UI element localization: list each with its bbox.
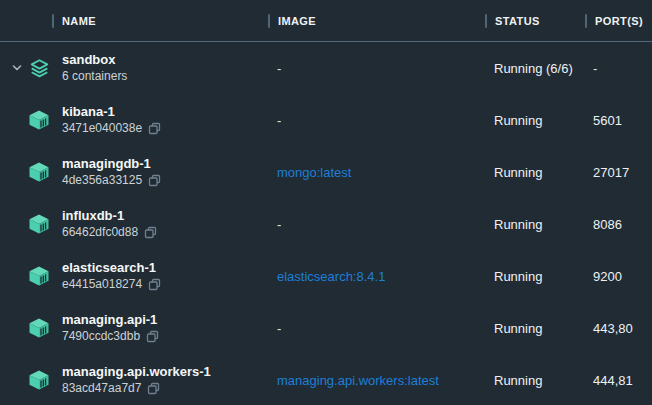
column-divider: [585, 14, 587, 28]
image-cell: -: [268, 321, 485, 336]
container-id: 6 containers: [62, 69, 127, 84]
image-name: -: [277, 61, 281, 76]
name-block: managingdb-1 4de356a33125: [62, 156, 161, 188]
column-divider: [52, 14, 54, 28]
status-cell: Running: [485, 217, 585, 232]
table-row[interactable]: managing.api-1 7490ccdc3dbb - Running 44…: [0, 302, 652, 354]
column-header-label: STATUS: [495, 15, 540, 27]
ports-cell: 27017: [585, 165, 652, 180]
name-cell: elasticsearch-1 e4415a018274: [0, 260, 268, 292]
column-header-name[interactable]: NAME: [0, 14, 268, 28]
copy-icon[interactable]: [144, 226, 157, 239]
name-block: elasticsearch-1 e4415a018274: [62, 260, 161, 292]
container-subtitle: 3471e040038e: [62, 121, 161, 136]
column-header-label: PORT(S): [595, 15, 643, 27]
image-cell: elasticsearch:8.4.1: [268, 269, 485, 284]
container-name: managing.api-1: [62, 312, 159, 328]
status-cell: Running: [485, 113, 585, 128]
table-row[interactable]: managingdb-1 4de356a33125 mongo:latest R…: [0, 146, 652, 198]
table-row[interactable]: managing.api.workers-1 83acd47aa7d7 mana…: [0, 354, 652, 405]
containers-table: NAME IMAGE STATUS PORT(S) sandbox 6 cont…: [0, 0, 652, 405]
column-header-ports[interactable]: PORT(S): [585, 14, 652, 28]
container-subtitle: 4de356a33125: [62, 173, 161, 188]
image-cell: -: [268, 113, 485, 128]
column-header-status[interactable]: STATUS: [485, 14, 585, 28]
name-cell: managing.api-1 7490ccdc3dbb: [0, 312, 268, 344]
container-id: 7490ccdc3dbb: [62, 329, 140, 344]
image-cell: -: [268, 217, 485, 232]
status-cell: Running: [485, 269, 585, 284]
container-name: sandbox: [62, 52, 127, 68]
column-header-label: NAME: [62, 15, 96, 27]
status-cell: Running: [485, 373, 585, 388]
container-subtitle: e4415a018274: [62, 277, 161, 292]
copy-icon[interactable]: [147, 382, 160, 395]
container-id: 3471e040038e: [62, 121, 142, 136]
ports-cell: 5601: [585, 113, 652, 128]
name-cell: managingdb-1 4de356a33125: [0, 156, 268, 188]
container-icon: [28, 369, 50, 391]
container-subtitle: 6 containers: [62, 69, 127, 84]
status-cell: Running (6/6): [485, 61, 585, 76]
container-name: elasticsearch-1: [62, 260, 161, 276]
image-cell: managing.api.workers:latest: [268, 373, 485, 388]
container-name: managing.api.workers-1: [62, 364, 211, 380]
image-cell: -: [268, 61, 485, 76]
table-row[interactable]: kibana-1 3471e040038e - Running 5601: [0, 94, 652, 146]
image-name: -: [277, 217, 281, 232]
container-icon: [28, 161, 50, 183]
image-cell: mongo:latest: [268, 165, 485, 180]
name-block: sandbox 6 containers: [62, 52, 127, 84]
ports-cell: -: [585, 61, 652, 76]
copy-icon[interactable]: [148, 122, 161, 135]
container-id: 4de356a33125: [62, 173, 142, 188]
column-header-label: IMAGE: [278, 15, 316, 27]
copy-icon[interactable]: [148, 278, 161, 291]
status-cell: Running: [485, 165, 585, 180]
container-id: 83acd47aa7d7: [62, 381, 141, 396]
container-id: 66462dfc0d88: [62, 225, 138, 240]
copy-icon[interactable]: [146, 330, 159, 343]
table-body: sandbox 6 containers - Running (6/6) - k…: [0, 42, 652, 405]
name-block: influxdb-1 66462dfc0d88: [62, 208, 157, 240]
image-name[interactable]: elasticsearch:8.4.1: [277, 269, 385, 284]
name-block: kibana-1 3471e040038e: [62, 104, 161, 136]
container-name: managingdb-1: [62, 156, 161, 172]
image-name: -: [277, 321, 281, 336]
image-name[interactable]: managing.api.workers:latest: [277, 373, 439, 388]
compose-stack-icon: [28, 57, 50, 79]
container-icon: [28, 265, 50, 287]
container-id: e4415a018274: [62, 277, 142, 292]
container-icon: [28, 317, 50, 339]
name-cell: sandbox 6 containers: [0, 52, 268, 84]
status-cell: Running: [485, 321, 585, 336]
chevron-down-icon[interactable]: [11, 62, 23, 74]
name-cell: kibana-1 3471e040038e: [0, 104, 268, 136]
name-cell: influxdb-1 66462dfc0d88: [0, 208, 268, 240]
container-name: kibana-1: [62, 104, 161, 120]
container-subtitle: 83acd47aa7d7: [62, 381, 211, 396]
container-name: influxdb-1: [62, 208, 157, 224]
column-divider: [268, 14, 270, 28]
table-header: NAME IMAGE STATUS PORT(S): [0, 0, 652, 42]
ports-cell: 444,81: [585, 373, 652, 388]
column-divider: [485, 14, 487, 28]
table-row[interactable]: influxdb-1 66462dfc0d88 - Running 8086: [0, 198, 652, 250]
image-name[interactable]: mongo:latest: [277, 165, 351, 180]
name-block: managing.api.workers-1 83acd47aa7d7: [62, 364, 211, 396]
name-cell: managing.api.workers-1 83acd47aa7d7: [0, 364, 268, 396]
copy-icon[interactable]: [148, 174, 161, 187]
ports-cell: 8086: [585, 217, 652, 232]
container-icon: [28, 109, 50, 131]
name-block: managing.api-1 7490ccdc3dbb: [62, 312, 159, 344]
ports-cell: 443,80: [585, 321, 652, 336]
container-subtitle: 66462dfc0d88: [62, 225, 157, 240]
table-row[interactable]: sandbox 6 containers - Running (6/6) -: [0, 42, 652, 94]
container-icon: [28, 213, 50, 235]
image-name: -: [277, 113, 281, 128]
column-header-image[interactable]: IMAGE: [268, 14, 485, 28]
ports-cell: 9200: [585, 269, 652, 284]
container-subtitle: 7490ccdc3dbb: [62, 329, 159, 344]
table-row[interactable]: elasticsearch-1 e4415a018274 elasticsear…: [0, 250, 652, 302]
